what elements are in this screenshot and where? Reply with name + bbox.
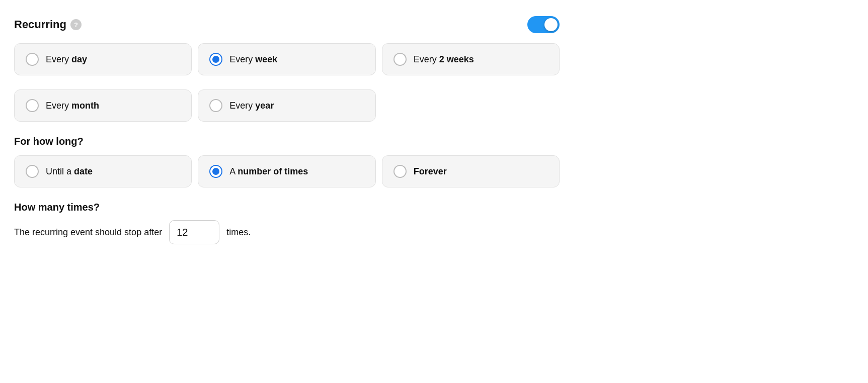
radio-label-number-of-times: A number of times	[229, 166, 308, 177]
radio-circle-forever	[393, 165, 407, 178]
recurring-section: Recurring ? Every day Every week Every 2…	[14, 16, 560, 244]
for-how-long-title: For how long?	[14, 136, 560, 147]
duration-grid: Until a date A number of times Forever	[14, 155, 560, 187]
option-forever[interactable]: Forever	[382, 155, 560, 187]
radio-label-every-week: Every week	[229, 54, 277, 65]
option-number-of-times[interactable]: A number of times	[198, 155, 375, 187]
stop-after-row: The recurring event should stop after ti…	[14, 220, 560, 244]
radio-label-every-2-weeks: Every 2 weeks	[414, 54, 474, 65]
for-how-long-section: For how long? Until a date A number of t…	[14, 136, 560, 187]
header-row: Recurring ?	[14, 16, 560, 33]
option-every-day[interactable]: Every day	[14, 43, 192, 75]
stop-after-suffix: times.	[226, 227, 251, 238]
stop-after-input[interactable]	[169, 220, 219, 244]
radio-label-every-month: Every month	[46, 101, 99, 111]
radio-circle-number-of-times	[209, 165, 222, 178]
option-every-month[interactable]: Every month	[14, 89, 192, 122]
how-many-times-section: How many times? The recurring event shou…	[14, 202, 560, 244]
option-until-date[interactable]: Until a date	[14, 155, 192, 187]
frequency-grid-row1: Every day Every week Every 2 weeks	[14, 43, 560, 75]
toggle-slider	[527, 16, 560, 33]
radio-label-every-year: Every year	[229, 101, 274, 111]
section-title: Recurring	[14, 18, 66, 31]
how-many-times-title: How many times?	[14, 202, 560, 213]
help-icon[interactable]: ?	[70, 19, 82, 30]
radio-circle-until-date	[26, 165, 39, 178]
radio-circle-every-week	[209, 53, 222, 66]
header-left: Recurring ?	[14, 18, 82, 31]
radio-circle-every-2-weeks	[393, 53, 407, 66]
stop-after-prefix: The recurring event should stop after	[14, 227, 162, 238]
option-every-year[interactable]: Every year	[198, 89, 375, 122]
radio-label-until-date: Until a date	[46, 166, 93, 177]
option-every-week[interactable]: Every week	[198, 43, 375, 75]
radio-circle-every-day	[26, 53, 39, 66]
radio-circle-every-month	[26, 99, 39, 112]
radio-label-every-day: Every day	[46, 54, 87, 65]
frequency-grid-row2: Every month Every year	[14, 89, 560, 122]
radio-circle-every-year	[209, 99, 222, 112]
option-every-2-weeks[interactable]: Every 2 weeks	[382, 43, 560, 75]
recurring-toggle[interactable]	[527, 16, 560, 33]
radio-label-forever: Forever	[414, 166, 447, 177]
